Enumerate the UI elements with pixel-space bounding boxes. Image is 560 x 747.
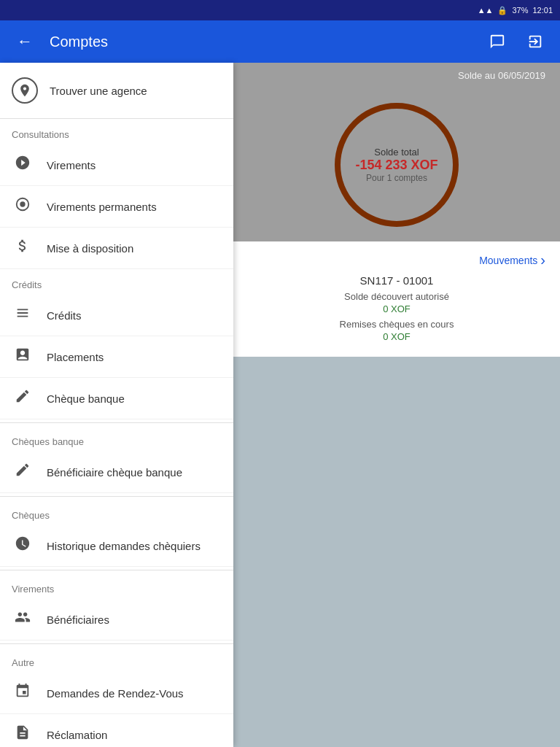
divider-1 <box>0 422 233 423</box>
divider-4 <box>0 643 233 644</box>
main-layout: Trouver une agence Consultations Viremen… <box>0 63 560 747</box>
historique-cheques-icon <box>12 535 34 556</box>
rdv-icon <box>12 683 34 703</box>
beneficiaires-icon <box>12 609 34 630</box>
beneficiaire-cheque-label: Bénéficiaire chèque banque <box>47 466 182 479</box>
time: 12:01 <box>532 6 553 15</box>
wifi-icon: ▲▲ <box>478 6 494 15</box>
lock-icon: 🔒 <box>497 6 508 15</box>
reclamation-label: Réclamation <box>47 729 107 741</box>
chat-button[interactable] <box>484 28 510 55</box>
app-bar: ← Comptes <box>0 20 560 63</box>
section-cheques-banque: Chèques banque <box>0 426 233 452</box>
movements-arrow-icon: › <box>540 252 545 268</box>
menu-item-rdv[interactable]: Demandes de Rendez-Vous <box>0 673 233 714</box>
historique-cheques-label: Historique demandes chèquiers <box>47 540 201 552</box>
menu-item-cheque-banque[interactable]: Chèque banque <box>0 378 233 419</box>
mise-disposition-icon <box>12 238 34 258</box>
menu-item-placements[interactable]: Placements <box>0 336 233 378</box>
credits-label: Crédits <box>47 309 82 322</box>
rdv-label: Demandes de Rendez-Vous <box>47 687 184 700</box>
menu-item-virements-permanents[interactable]: Virements permanents <box>0 186 233 228</box>
menu-item-mise-disposition[interactable]: Mise à disposition <box>0 228 233 269</box>
movements-label: Mouvements <box>479 255 537 266</box>
menu-item-virements[interactable]: Virements <box>0 144 233 186</box>
navigation-drawer: Trouver une agence Consultations Viremen… <box>0 63 233 747</box>
main-content: Solde au 06/05/2019 Solde total -154 233… <box>233 63 560 747</box>
section-credits: Crédits <box>0 269 233 295</box>
virements-label: Virements <box>47 159 96 171</box>
balance-date: Solde au 06/05/2019 <box>233 63 560 88</box>
logout-button[interactable] <box>522 28 548 55</box>
beneficiaire-cheque-icon <box>12 462 34 482</box>
account-id: SN117 - 01001 <box>248 274 545 287</box>
account-row2-label: Remises chèques en cours <box>248 319 545 330</box>
divider-2 <box>0 496 233 497</box>
battery-level: 37% <box>512 6 528 15</box>
section-autre: Autre <box>0 647 233 673</box>
placements-label: Placements <box>47 351 104 363</box>
virements-permanents-label: Virements permanents <box>47 201 157 213</box>
balance-amount: -154 233 XOF <box>355 158 438 173</box>
section-consultations: Consultations <box>0 119 233 144</box>
section-cheques: Chèques <box>0 500 233 525</box>
balance-sub: Pour 1 comptes <box>366 173 427 183</box>
menu-item-credits[interactable]: Crédits <box>0 295 233 336</box>
svg-point-1 <box>20 201 25 206</box>
app-title: Comptes <box>50 34 472 50</box>
placements-icon <box>12 347 34 367</box>
account-row2-value: 0 XOF <box>248 331 545 342</box>
divider-3 <box>0 570 233 570</box>
menu-item-reclamation[interactable]: Réclamation <box>0 714 233 747</box>
section-virements: Virements <box>0 573 233 599</box>
account-row1-value: 0 XOF <box>248 303 545 314</box>
account-card: Mouvements › SN117 - 01001 Solde découve… <box>233 241 560 357</box>
beneficiaires-label: Bénéficiaires <box>47 614 109 626</box>
cheque-banque-label: Chèque banque <box>47 392 125 405</box>
find-agency-icon <box>12 77 38 104</box>
mise-disposition-label: Mise à disposition <box>47 242 133 255</box>
menu-item-historique-cheques[interactable]: Historique demandes chèquiers <box>0 525 233 567</box>
menu-item-beneficiaire-cheque[interactable]: Bénéficiaire chèque banque <box>0 452 233 493</box>
back-button[interactable]: ← <box>12 28 38 55</box>
balance-circle: Solde total -154 233 XOF Pour 1 comptes <box>335 103 459 227</box>
virements-permanents-icon <box>12 196 34 217</box>
find-agency-item[interactable]: Trouver une agence <box>0 63 233 119</box>
account-row1-label: Solde découvert autorisé <box>248 291 545 302</box>
balance-circle-area: Solde total -154 233 XOF Pour 1 comptes <box>233 88 560 241</box>
menu-item-beneficiaires[interactable]: Bénéficiaires <box>0 599 233 640</box>
reclamation-icon <box>12 724 34 745</box>
cheque-banque-icon <box>12 388 34 409</box>
status-bar: ▲▲ 🔒 37% 12:01 <box>0 0 560 20</box>
movements-row[interactable]: Mouvements › <box>248 252 545 268</box>
find-agency-label: Trouver une agence <box>50 85 147 97</box>
virements-icon <box>12 155 34 175</box>
credits-icon <box>12 305 34 325</box>
balance-label: Solde total <box>374 147 419 158</box>
